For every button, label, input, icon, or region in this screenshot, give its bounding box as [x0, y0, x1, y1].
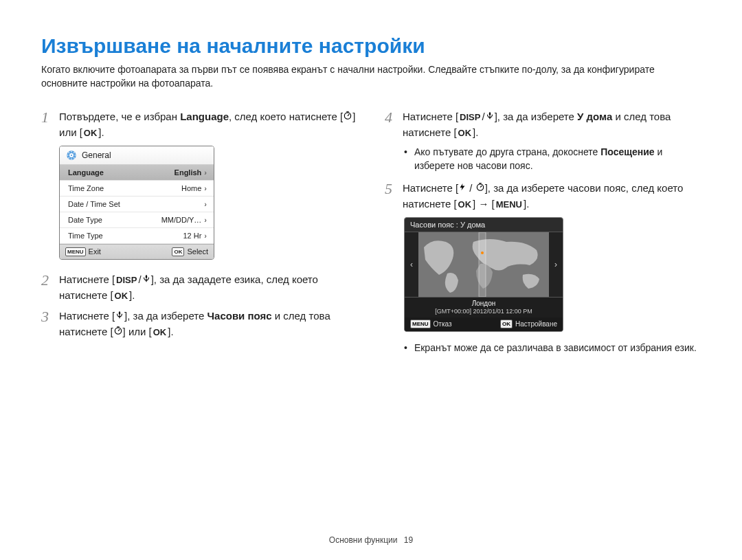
svg-line-19 [480, 186, 482, 188]
footer-exit-label: Exit [89, 247, 101, 256]
disp-key: DISP [115, 274, 138, 287]
bold-text: Посещение [600, 146, 654, 157]
menu-row-value: Home [181, 184, 201, 192]
tz-set-label: Настройване [515, 320, 557, 328]
step-1: 1 Потвърдете, че е избран Language, след… [41, 109, 357, 140]
text: Натиснете [ [59, 273, 115, 285]
menu-row-value: 12 Hr [183, 232, 201, 240]
svg-rect-22 [479, 232, 486, 297]
tz-city: Лондон [405, 300, 563, 308]
gear-icon [65, 149, 78, 161]
menu-header-title: General [82, 150, 111, 160]
tz-info: Лондон [GMT+00:00] 2012/01/01 12:00 PM [405, 297, 563, 317]
text: Ако пътувате до друга страна, докоснете [414, 146, 600, 157]
menu-footer: MENUExit OKSelect [60, 244, 214, 259]
world-map [418, 232, 549, 297]
text: ]. [98, 126, 104, 138]
text: ], за да изберете [495, 111, 577, 122]
footer-ok-key: OK [172, 247, 184, 256]
settings-menu-screenshot: General Language English› Time Zone Home… [59, 146, 214, 260]
text: ] → [ [473, 198, 495, 210]
svg-point-0 [345, 113, 351, 119]
text: , след което натиснете [ [229, 111, 343, 122]
svg-line-1 [348, 115, 349, 116]
footer-page-number: 19 [404, 535, 413, 545]
menu-row-language[interactable]: Language English› [60, 165, 214, 181]
tz-time: [GMT+00:00] 2012/01/01 12:00 PM [405, 308, 563, 315]
footer-menu-key: MENU [65, 247, 86, 256]
menu-row-label: Language [68, 168, 104, 177]
timer-icon [475, 181, 485, 196]
tz-menu-key: MENU [410, 320, 431, 328]
page-title: Извършване на началните настройки [41, 34, 701, 58]
bold-text: Language [180, 111, 229, 122]
macro-icon [142, 272, 151, 287]
step-4-bullet: • Ако пътувате до друга страна, докоснет… [404, 146, 701, 172]
intro-text: Когато включите фотоапарата за първи път… [41, 63, 701, 90]
footer-section: Основни функции [329, 535, 398, 545]
step-4: 4 Натиснете [DISP/], за да изберете У до… [385, 109, 701, 140]
bullet-point: • [404, 341, 407, 355]
tz-footer: MENUОтказ OKНастройване [405, 317, 563, 331]
chevron-right-icon: › [204, 168, 207, 177]
bold-text: У дома [577, 111, 612, 122]
tz-right-arrow[interactable]: › [549, 232, 563, 297]
menu-row-datetime[interactable]: Date / Time Set › [60, 197, 214, 212]
ok-key: OK [152, 326, 168, 339]
menu-row-timezone[interactable]: Time Zone Home› [60, 181, 214, 197]
menu-row-label: Date / Time Set [68, 200, 120, 208]
ok-key: OK [457, 127, 473, 140]
menu-row-timetype[interactable]: Time Type 12 Hr› [60, 228, 214, 244]
language-note: • Екранът може да се различава в зависим… [404, 341, 701, 355]
bullet-point: • [404, 146, 407, 172]
flash-icon [458, 181, 466, 196]
menu-header: General [60, 146, 214, 165]
menu-row-label: Time Type [68, 232, 103, 240]
macro-icon [485, 109, 495, 124]
page-footer: Основни функции 19 [0, 535, 742, 545]
macro-icon [115, 309, 124, 324]
disp-key: DISP [458, 111, 482, 124]
step-3: 3 Натиснете [], за да изберете Часови по… [41, 309, 357, 340]
chevron-right-icon: › [204, 184, 207, 192]
text: Екранът може да се различава в зависимос… [414, 341, 697, 355]
text: ] или [ [123, 326, 152, 337]
menu-key: MENU [495, 199, 524, 212]
menu-row-datetype[interactable]: Date Type MM/DD/Y…› [60, 212, 214, 228]
chevron-right-icon: › [204, 200, 207, 208]
menu-row-label: Date Type [68, 216, 102, 224]
bold-text: Часови пояс [207, 310, 272, 322]
footer-select-label: Select [187, 247, 208, 256]
tz-ok-key: OK [500, 320, 513, 328]
step-number: 5 [385, 181, 403, 197]
timer-icon [113, 324, 123, 339]
menu-list: Language English› Time Zone Home› Date /… [60, 165, 214, 244]
step-number: 4 [385, 109, 403, 126]
menu-row-value: MM/DD/Y… [161, 216, 202, 224]
tz-left-arrow[interactable]: ‹ [405, 232, 418, 297]
step-number: 2 [41, 272, 59, 289]
ok-key: OK [82, 127, 99, 140]
svg-point-24 [481, 251, 484, 254]
text: ]. [524, 198, 529, 210]
text: Натиснете [ [403, 182, 458, 194]
timezone-screenshot: Часови пояс : У дома ‹ [404, 217, 563, 332]
timer-icon [343, 109, 352, 124]
menu-row-value: English [175, 168, 202, 177]
text: ]. [168, 326, 173, 337]
text: Натиснете [ [403, 111, 458, 122]
text: Потвърдете, че е избран [59, 111, 180, 122]
step-5: 5 Натиснете [ / ], за да изберете часови… [385, 181, 701, 212]
text: ]. [129, 289, 135, 301]
tz-cancel-label: Отказ [434, 320, 452, 328]
text: Натиснете [ [59, 310, 115, 322]
tz-header: Часови пояс : У дома [405, 218, 563, 232]
chevron-right-icon: › [204, 216, 207, 224]
text: ]. [473, 126, 478, 138]
text: ], за да изберете [124, 310, 207, 322]
chevron-right-icon: › [204, 232, 207, 240]
step-number: 1 [41, 109, 59, 126]
svg-line-15 [118, 329, 120, 331]
menu-row-label: Time Zone [68, 184, 104, 192]
step-2: 2 Натиснете [DISP/], за да зададете език… [41, 272, 357, 303]
